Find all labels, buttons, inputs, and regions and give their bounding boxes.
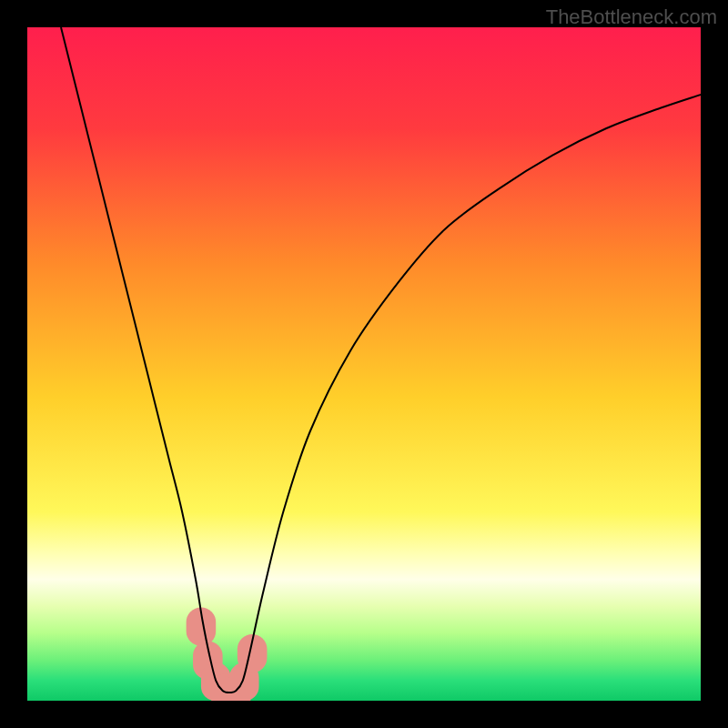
plot-area [27,27,701,701]
gradient-background [27,27,701,701]
watermark-text: TheBottleneck.com [546,5,717,29]
bottleneck-chart [27,27,701,701]
chart-frame: TheBottleneck.com [0,0,728,728]
